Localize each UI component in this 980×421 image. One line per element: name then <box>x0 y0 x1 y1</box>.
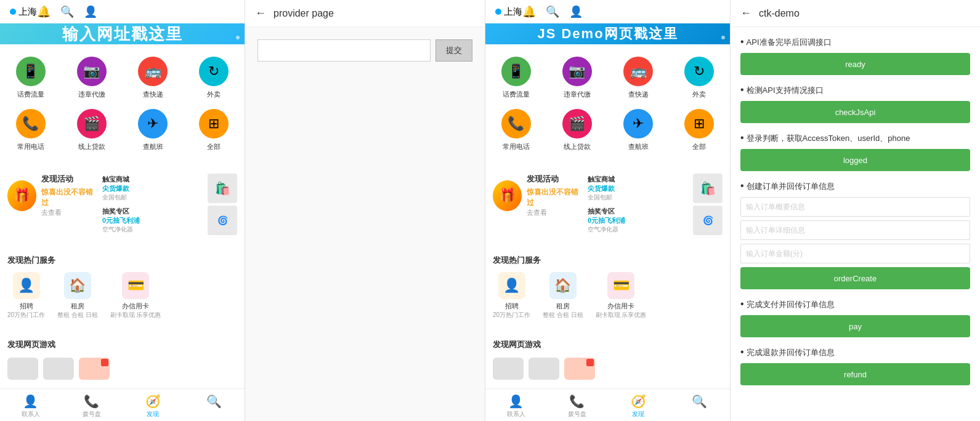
service-creditcard-3[interactable]: 💳 办信用卡 刷卡取现 乐享优惠 <box>596 272 647 319</box>
order-summary-input[interactable] <box>740 197 970 217</box>
creditcard-desc-1: 刷卡取现 乐享优惠 <box>110 311 161 319</box>
icon-item-huafei[interactable]: 📱 话费流量 <box>0 52 61 104</box>
user-icon-3[interactable]: 👤 <box>569 5 583 18</box>
creditcard-label-1: 办信用卡 <box>122 302 149 311</box>
icon-item-dianhua[interactable]: 📞 常用电话 <box>0 104 61 156</box>
all-label: 全部 <box>207 142 221 151</box>
waimai-icon-3: ↻ <box>684 57 714 86</box>
promo2-3[interactable]: 抽奖专区 0元抽飞利浦 空气净化器 🌀 <box>588 206 723 235</box>
dialpad-icon-1: 📞 <box>84 394 99 409</box>
search-nav-icon-1: 🔍 <box>206 394 222 409</box>
icon-item-waimai[interactable]: ↻ 外卖 <box>184 52 245 104</box>
bell-icon-3[interactable]: 🔔 <box>522 5 536 18</box>
api-label-checkjsapi: 检测API支持情况接口 <box>740 85 970 96</box>
recruitment-desc-1: 20万热门工作 <box>7 311 45 319</box>
promo1-3[interactable]: 触宝商城 尖货爆款 全国包邮 🛍️ <box>588 174 723 203</box>
nav-search-3[interactable]: 🔍 <box>669 393 730 420</box>
icon-item-waimai-3[interactable]: ↻ 外卖 <box>669 52 730 104</box>
api-label-refund: 完成退款并回传订单信息 <box>740 347 970 358</box>
icon-item-weizhan-3[interactable]: 📷 违章代缴 <box>546 52 607 104</box>
icon-item-all[interactable]: ⊞ 全部 <box>184 104 245 156</box>
pay-button[interactable]: pay <box>740 315 970 337</box>
promo1-sub-3: 尖货爆款 <box>588 184 689 193</box>
checkjsapi-button[interactable]: checkJsApi <box>740 101 970 123</box>
icon-item-daikuan-3[interactable]: 🎬 线上贷款 <box>546 104 607 156</box>
icon-item-weizhan[interactable]: 📷 违章代缴 <box>61 52 122 104</box>
search-icon[interactable]: 🔍 <box>60 5 74 18</box>
promo1-1[interactable]: 触宝商城 尖货爆款 全国包邮 🛍️ <box>102 174 237 203</box>
back-icon-4[interactable]: ← <box>740 7 751 20</box>
discover-right-3: 触宝商城 尖货爆款 全国包邮 🛍️ 抽奖专区 0元抽飞利浦 空气净化器 🌀 <box>588 174 723 235</box>
service-recruitment-3[interactable]: 👤 招聘 20万热门工作 <box>493 272 530 319</box>
recruitment-desc-3: 20万热门工作 <box>493 311 530 319</box>
hangban-label: 查航班 <box>143 142 163 151</box>
icon-item-dianhua-3[interactable]: 📞 常用电话 <box>485 104 546 156</box>
submit-button[interactable]: 提交 <box>435 39 472 62</box>
promo1-img-3: 🛍️ <box>693 174 723 203</box>
search-icon-3[interactable]: 🔍 <box>546 5 559 18</box>
creditcard-desc-3: 刷卡取现 乐享优惠 <box>596 311 647 319</box>
location-text-3: 上海 <box>504 6 522 18</box>
service-recruitment-1[interactable]: 👤 招聘 20万热门工作 <box>7 272 45 319</box>
icon-item-all-3[interactable]: ⊞ 全部 <box>669 104 730 156</box>
discover-sub-1: 惊喜出没不容错过 <box>41 187 97 208</box>
banner-1[interactable]: 输入网址戳这里 <box>0 23 245 44</box>
waimai-label-3: 外卖 <box>692 90 706 99</box>
service-house-3[interactable]: 🏠 租房 整租 合租 日租 <box>543 272 583 319</box>
icon-item-hangban[interactable]: ✈ 查航班 <box>123 104 184 156</box>
nav-discover-1[interactable]: 🧭 发现 <box>123 393 184 420</box>
banner-dot <box>236 36 240 39</box>
promo2-1[interactable]: 抽奖专区 0元抽飞利浦 空气净化器 🌀 <box>102 206 237 235</box>
url-input-row: 提交 <box>257 39 472 62</box>
order-amount-input[interactable] <box>740 244 970 263</box>
banner-3[interactable]: JS Demo网页戳这里 <box>485 23 730 44</box>
user-icon[interactable]: 👤 <box>84 5 97 18</box>
panel-3: 上海 🔔 🔍 👤 JS Demo网页戳这里 📱 话费流量 📷 违章代缴 🚌 查快… <box>485 0 731 421</box>
waimai-icon: ↻ <box>199 57 229 86</box>
nav-contacts-3[interactable]: 👤 联系人 <box>485 393 546 420</box>
hot-services-title-1: 发现热门服务 <box>7 255 237 266</box>
service-house-1[interactable]: 🏠 租房 整租 合租 日租 <box>57 272 98 319</box>
icon-item-huafei-3[interactable]: 📱 话费流量 <box>485 52 546 104</box>
icon-item-daikuan[interactable]: 🎬 线上贷款 <box>61 104 122 156</box>
hangban-icon-3: ✈ <box>623 109 653 138</box>
weizhan-icon-3: 📷 <box>562 57 592 86</box>
api-section-logged: 登录判断，获取AccessToken、userId、phone logged <box>740 133 970 171</box>
banner-text-1: 输入网址戳这里 <box>62 23 183 44</box>
icon-item-kuaidi-3[interactable]: 🚌 查快递 <box>608 52 669 104</box>
discover-right-1: 触宝商城 尖货爆款 全国包邮 🛍️ 抽奖专区 0元抽飞利浦 空气净化器 🌀 <box>102 174 237 235</box>
url-input[interactable] <box>257 39 431 62</box>
icons-grid-1: 📱 话费流量 📷 违章代缴 🚌 查快递 ↻ 外卖 📞 常用电话 🎬 线上贷款 ✈… <box>0 44 245 161</box>
game-thumb-3a <box>493 358 524 380</box>
nav-contacts-1[interactable]: 👤 联系人 <box>0 393 61 420</box>
discover-section-3: 🎁 发现活动 惊喜出没不容错过 去查看 触宝商城 尖货爆款 全国包邮 🛍️ <box>485 166 730 243</box>
logged-button[interactable]: logged <box>740 149 970 171</box>
nav-dialpad-1[interactable]: 📞 拨号盘 <box>61 393 122 420</box>
dianhua-icon-3: 📞 <box>501 109 531 138</box>
icons-grid-3: 📱 话费流量 📷 违章代缴 🚌 查快递 ↻ 外卖 📞 常用电话 🎬 线上贷款 ✈… <box>485 44 730 161</box>
nav-search-1[interactable]: 🔍 <box>184 393 245 420</box>
location-header-3[interactable]: 上海 <box>495 6 522 18</box>
refund-button[interactable]: refund <box>740 363 970 385</box>
discover-left-3: 🎁 发现活动 惊喜出没不容错过 去查看 <box>493 174 583 235</box>
game-thumb-2 <box>43 358 74 380</box>
bell-icon[interactable]: 🔔 <box>37 5 51 18</box>
icon-item-hangban-3[interactable]: ✈ 查航班 <box>608 104 669 156</box>
back-icon-2[interactable]: ← <box>255 7 266 20</box>
order-detail-input[interactable] <box>740 220 970 240</box>
discover-link-1[interactable]: 去查看 <box>41 208 97 217</box>
location-header[interactable]: 上海 <box>10 6 37 18</box>
nav-dialpad-3[interactable]: 📞 拨号盘 <box>546 393 607 420</box>
ordercreate-button[interactable]: orderCreate <box>740 267 970 289</box>
gift-img-1: 🎁 <box>7 180 36 211</box>
icon-item-kuaidi[interactable]: 🚌 查快递 <box>123 52 184 104</box>
nav-discover-3[interactable]: 🧭 发现 <box>608 393 669 420</box>
discover-title-3: 发现活动 <box>527 174 583 185</box>
ctk-title: ctk-demo <box>759 8 800 19</box>
discover-title-1: 发现活动 <box>41 174 97 185</box>
discover-link-3[interactable]: 去查看 <box>527 208 583 217</box>
services-row-1: 👤 招聘 20万热门工作 🏠 租房 整租 合租 日租 💳 办信用卡 刷卡取现 乐… <box>7 272 237 319</box>
service-creditcard-1[interactable]: 💳 办信用卡 刷卡取现 乐享优惠 <box>110 272 161 319</box>
ready-button[interactable]: ready <box>740 53 970 75</box>
house-desc-1: 整租 合租 日租 <box>57 311 98 319</box>
